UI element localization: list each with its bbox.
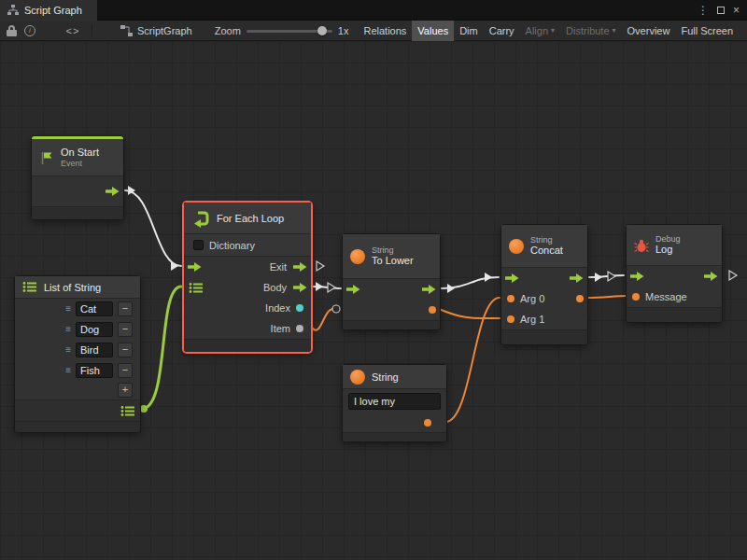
- drag-handle-icon[interactable]: ≡: [65, 325, 71, 334]
- wire-item-tolower: [312, 309, 333, 330]
- toolbar-buttons: Relations Values Dim Carry Align ▾ Distr…: [358, 21, 739, 41]
- list-out-port[interactable]: [120, 405, 135, 417]
- arg1-in-port[interactable]: [507, 315, 514, 323]
- arg0-in-port[interactable]: [507, 295, 514, 302]
- list-item-row: ≡ Cat −: [15, 299, 140, 319]
- dim-button[interactable]: Dim: [454, 21, 484, 41]
- node-title: List of String: [44, 282, 101, 293]
- overview-button[interactable]: Overview: [622, 21, 676, 41]
- drag-handle-icon[interactable]: ≡: [65, 345, 71, 355]
- index-port-label: Index: [265, 302, 290, 314]
- graph-canvas[interactable]: On Start Event List of String ≡ Cat − ≡ …: [0, 41, 747, 560]
- string-value-field[interactable]: I love my: [348, 393, 441, 410]
- lock-icon: [7, 25, 17, 35]
- index-out-port[interactable]: [296, 304, 303, 312]
- wire-list-foreach: [142, 287, 181, 409]
- graph-name-label: ScriptGraph: [137, 25, 192, 36]
- list-icon: [22, 281, 37, 293]
- list-item-field[interactable]: Fish: [76, 363, 113, 378]
- list-in-port[interactable]: [189, 282, 204, 294]
- chevron-down-icon: ▾: [613, 27, 616, 35]
- tab-script-graph[interactable]: Script Graph: [0, 0, 97, 21]
- flow-in-port[interactable]: [346, 285, 360, 294]
- item-out-port[interactable]: [296, 325, 303, 332]
- node-footer: [501, 329, 587, 344]
- info-button[interactable]: i: [21, 21, 39, 40]
- node-footer: [32, 206, 123, 219]
- add-item-button[interactable]: +: [118, 383, 133, 398]
- inspect-code-button[interactable]: <>: [60, 21, 86, 40]
- node-debug-log[interactable]: Debug Log Message: [626, 224, 723, 323]
- zoom-label: Zoom: [215, 25, 241, 36]
- list-item-field[interactable]: Cat: [76, 301, 113, 316]
- remove-item-button[interactable]: −: [118, 301, 133, 316]
- node-on-start[interactable]: On Start Event: [31, 135, 124, 220]
- node-title: Concat: [530, 245, 563, 257]
- tab-title: Script Graph: [24, 5, 82, 16]
- node-to-lower[interactable]: String To Lower: [342, 233, 441, 330]
- body-flow-port[interactable]: [293, 283, 307, 292]
- list-item-row: ≡ Bird −: [15, 340, 140, 360]
- script-graph-icon: [120, 25, 133, 36]
- wire-body-tolower: [314, 287, 341, 288]
- window-menu-icon[interactable]: ⋮: [698, 4, 709, 17]
- string-type-icon: [509, 239, 524, 254]
- flow-in-port[interactable]: [630, 272, 644, 281]
- result-out-port[interactable]: [576, 295, 584, 302]
- arg0-port-label: Arg 0: [520, 293, 544, 304]
- graph-icon: [7, 5, 19, 16]
- list-item-field[interactable]: Dog: [76, 322, 113, 337]
- zoom-slider[interactable]: [247, 24, 332, 37]
- wire-literal-arg0: [445, 298, 500, 422]
- node-string-literal[interactable]: String I love my: [342, 364, 447, 442]
- flow-out-port[interactable]: [422, 285, 436, 294]
- node-title: String: [372, 371, 399, 383]
- node-for-each-loop[interactable]: For Each Loop Dictionary Exit Body Index…: [183, 202, 312, 353]
- wire-tolower-arg1: [439, 309, 500, 318]
- graph-reference[interactable]: ScriptGraph: [120, 25, 192, 36]
- remove-item-button[interactable]: −: [118, 343, 133, 357]
- code-icon: <>: [66, 25, 80, 36]
- drag-handle-icon[interactable]: ≡: [65, 304, 71, 314]
- window-controls: ⋮ ×: [698, 0, 740, 21]
- flow-out-port[interactable]: [704, 272, 718, 281]
- flow-out-port[interactable]: [106, 187, 120, 196]
- result-out-port[interactable]: [429, 306, 436, 314]
- distribute-button[interactable]: Distribute ▾: [560, 21, 621, 41]
- string-type-icon: [350, 370, 365, 385]
- chevron-down-icon: ▾: [551, 27, 555, 35]
- flow-in-port[interactable]: [188, 262, 202, 272]
- lock-button[interactable]: [2, 21, 21, 40]
- values-button[interactable]: Values: [412, 21, 454, 41]
- string-type-icon: [350, 249, 365, 264]
- list-item-row: ≡ Dog −: [15, 319, 140, 340]
- flow-out-port[interactable]: [570, 273, 584, 283]
- flag-icon: [39, 150, 54, 165]
- list-item-row: ≡ Fish −: [15, 360, 140, 381]
- close-icon[interactable]: ×: [733, 4, 740, 17]
- wire-concat-log: [589, 275, 624, 277]
- zoom-slider-handle[interactable]: [317, 26, 327, 35]
- node-list-of-string[interactable]: List of String ≡ Cat − ≡ Dog − ≡ Bird − …: [14, 275, 141, 433]
- node-category: Debug: [655, 234, 681, 244]
- remove-item-button[interactable]: −: [118, 363, 133, 378]
- node-footer: [15, 421, 140, 432]
- remove-item-button[interactable]: −: [118, 322, 133, 337]
- maximize-icon[interactable]: [717, 7, 725, 14]
- flow-in-port[interactable]: [505, 273, 519, 283]
- value-out-port[interactable]: [424, 419, 431, 427]
- relations-button[interactable]: Relations: [358, 21, 412, 41]
- carry-button[interactable]: Carry: [484, 21, 520, 41]
- dictionary-checkbox[interactable]: [193, 240, 204, 250]
- window-tab-bar: Script Graph ⋮ ×: [0, 0, 747, 21]
- align-button[interactable]: Align ▾: [520, 21, 560, 41]
- body-port-label: Body: [263, 282, 287, 293]
- full-screen-button[interactable]: Full Screen: [675, 21, 739, 41]
- list-item-field[interactable]: Bird: [76, 343, 113, 357]
- exit-flow-port[interactable]: [293, 262, 307, 272]
- message-in-port[interactable]: [632, 293, 640, 301]
- zoom-value: 1x: [338, 25, 349, 36]
- drag-handle-icon[interactable]: ≡: [65, 366, 71, 375]
- node-concat[interactable]: String Concat Arg 0 Arg 1: [500, 224, 588, 345]
- toolbar-separator: [92, 24, 92, 37]
